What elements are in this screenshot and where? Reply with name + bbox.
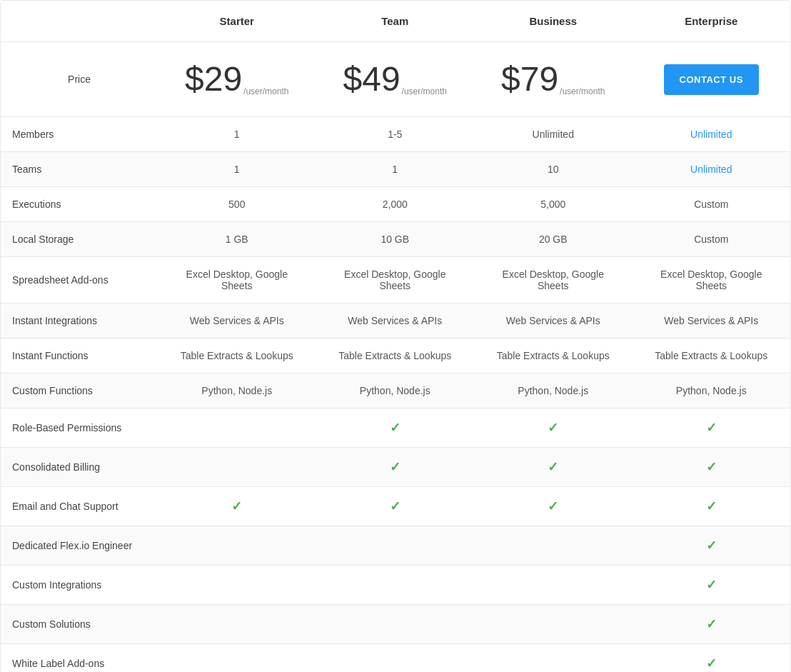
row-13-label: Custom Solutions <box>1 605 158 644</box>
row-4-team: Excel Desktop, Google Sheets <box>316 257 475 304</box>
team-price-amount: $49 <box>343 62 400 96</box>
header-feature-col <box>1 1 158 42</box>
check-icon: ✓ <box>548 420 558 436</box>
price-business: $79 /user/month <box>474 42 633 117</box>
team-price-suffix: /user/month <box>402 86 447 96</box>
row-13-starter <box>158 605 316 644</box>
row-8-enterprise: ✓ <box>633 408 791 448</box>
row-11-enterprise: ✓ <box>633 526 791 566</box>
row-1-label: Teams <box>1 152 158 187</box>
row-7-label: Custom Functions <box>1 373 158 408</box>
price-label: Price <box>68 74 91 85</box>
check-icon: ✓ <box>390 498 400 514</box>
row-3-starter: 1 GB <box>158 222 316 257</box>
row-12-enterprise: ✓ <box>633 566 791 605</box>
row-14-enterprise: ✓ <box>633 644 791 672</box>
business-price-amount: $79 <box>501 62 558 96</box>
row-4-business: Excel Desktop, Google Sheets <box>474 257 633 304</box>
row-2-team: 2,000 <box>316 187 475 222</box>
price-starter: $29 /user/month <box>158 42 316 117</box>
check-icon: ✓ <box>390 459 400 475</box>
row-4-enterprise: Excel Desktop, Google Sheets <box>633 257 791 304</box>
check-icon: ✓ <box>706 538 717 553</box>
row-8-business: ✓ <box>474 408 633 448</box>
check-icon: ✓ <box>706 616 717 632</box>
check-icon: ✓ <box>548 459 558 475</box>
row-14-label: White Label Add-ons <box>1 644 158 672</box>
pricing-table: Starter Team Business Enterprise Price $… <box>0 0 791 672</box>
row-1-team: 1 <box>316 152 475 187</box>
row-3-label: Local Storage <box>1 222 158 257</box>
row-10-label: Email and Chat Support <box>1 487 158 526</box>
row-6-team: Table Extracts & Lookups <box>316 338 475 373</box>
row-1-enterprise: Unlimited <box>633 152 791 187</box>
check-icon: ✓ <box>706 459 717 475</box>
check-icon: ✓ <box>231 498 242 514</box>
row-7-starter: Python, Node.js <box>158 373 316 408</box>
row-11-business <box>474 526 633 566</box>
row-9-starter <box>158 448 316 487</box>
row-11-team <box>316 526 475 566</box>
starter-price-suffix: /user/month <box>243 86 288 96</box>
row-6-enterprise: Table Extracts & Lookups <box>633 338 791 373</box>
row-3-business: 20 GB <box>474 222 633 257</box>
row-5-label: Instant Integrations <box>1 304 158 338</box>
starter-price-amount: $29 <box>185 62 242 96</box>
row-8-starter <box>158 408 316 448</box>
row-8-label: Role-Based Permissions <box>1 408 158 448</box>
header-enterprise: Enterprise <box>633 1 791 42</box>
row-12-team <box>316 566 475 605</box>
header-team: Team <box>316 1 475 42</box>
check-icon: ✓ <box>390 420 400 436</box>
row-3-enterprise: Custom <box>633 222 791 257</box>
row-7-team: Python, Node.js <box>316 373 475 408</box>
price-enterprise: CONTACT US <box>633 42 791 117</box>
price-team: $49 /user/month <box>316 42 475 117</box>
row-14-starter <box>158 644 316 672</box>
row-5-team: Web Services & APIs <box>316 304 475 338</box>
row-13-business <box>474 605 633 644</box>
row-0-enterprise: Unlimited <box>633 117 791 152</box>
unlimited-label: Unlimited <box>690 129 732 140</box>
row-1-starter: 1 <box>158 152 316 187</box>
business-price-suffix: /user/month <box>560 86 605 96</box>
row-5-enterprise: Web Services & APIs <box>633 304 791 338</box>
row-1-business: 10 <box>474 152 633 187</box>
pricing-grid: Starter Team Business Enterprise Price $… <box>1 1 790 672</box>
row-9-business: ✓ <box>474 448 633 487</box>
row-10-starter: ✓ <box>158 487 316 526</box>
row-6-label: Instant Functions <box>1 338 158 373</box>
check-icon: ✓ <box>706 656 717 671</box>
row-10-enterprise: ✓ <box>633 487 791 526</box>
row-3-team: 10 GB <box>316 222 475 257</box>
row-10-business: ✓ <box>474 487 633 526</box>
row-4-starter: Excel Desktop, Google Sheets <box>158 257 316 304</box>
row-5-business: Web Services & APIs <box>474 304 633 338</box>
check-icon: ✓ <box>706 577 717 593</box>
header-business: Business <box>474 1 633 42</box>
row-0-business: Unlimited <box>474 117 633 152</box>
header-starter: Starter <box>158 1 316 42</box>
row-7-business: Python, Node.js <box>474 373 633 408</box>
row-2-business: 5,000 <box>474 187 633 222</box>
check-icon: ✓ <box>706 498 717 514</box>
row-2-starter: 500 <box>158 187 316 222</box>
row-8-team: ✓ <box>316 408 475 448</box>
row-0-team: 1-5 <box>316 117 475 152</box>
row-14-team <box>316 644 475 672</box>
row-11-starter <box>158 526 316 566</box>
check-icon: ✓ <box>548 498 558 514</box>
row-12-business <box>474 566 633 605</box>
price-label-cell: Price <box>1 42 158 117</box>
row-14-business <box>474 644 633 672</box>
unlimited-label: Unlimited <box>690 164 732 175</box>
row-0-label: Members <box>1 117 158 152</box>
row-5-starter: Web Services & APIs <box>158 304 316 338</box>
row-10-team: ✓ <box>316 487 475 526</box>
row-4-label: Spreadsheet Add-ons <box>1 257 158 304</box>
row-11-label: Dedicated Flex.io Engineer <box>1 526 158 566</box>
check-icon: ✓ <box>706 420 717 436</box>
row-9-enterprise: ✓ <box>633 448 791 487</box>
row-9-label: Consolidated Billing <box>1 448 158 487</box>
contact-us-button[interactable]: CONTACT US <box>664 64 759 95</box>
